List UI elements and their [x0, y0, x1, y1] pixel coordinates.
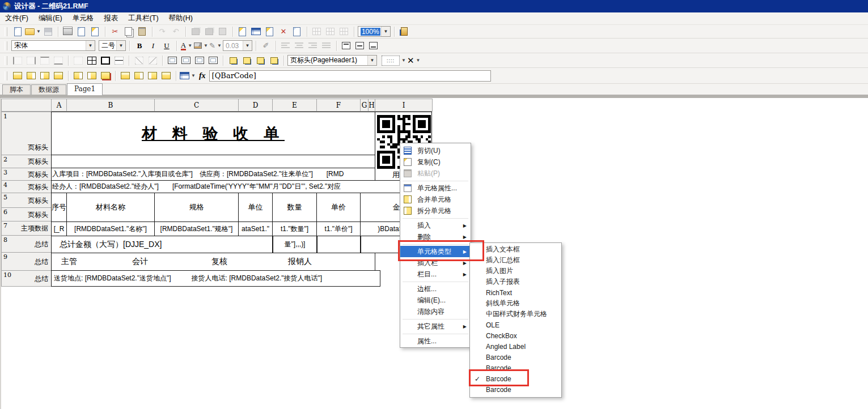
print-preview-button[interactable] [75, 26, 88, 37]
valign-middle-button[interactable] [354, 40, 366, 52]
row-header-6[interactable]: 6 页标头 [1, 207, 52, 221]
tab-datasource[interactable]: 数据源 [31, 84, 66, 95]
column-header-e[interactable]: E [272, 99, 317, 112]
dataset-field-button[interactable]: ▼ [180, 70, 196, 82]
band-table-4-button[interactable] [160, 70, 172, 82]
ctx-clear-content[interactable]: 清除内容 [400, 306, 471, 317]
ctx-copy[interactable]: 复制(C) [400, 156, 471, 168]
align-justify-button[interactable] [320, 40, 333, 52]
detail-cell-material[interactable]: [RMDBDataSet1."名称"] [66, 221, 155, 236]
print-button[interactable] [62, 26, 74, 37]
insert-row-button[interactable] [11, 70, 24, 82]
diagonal-down-button[interactable] [133, 55, 145, 66]
row-header-2[interactable]: 2 页标头 [1, 155, 52, 168]
insert-report-button[interactable] [236, 26, 249, 37]
save-button[interactable] [42, 26, 54, 37]
merge-row-button[interactable] [86, 70, 98, 82]
italic-button[interactable]: I [147, 40, 159, 52]
row-height-button[interactable] [207, 55, 219, 66]
detail-cell-qty[interactable]: t1."数量"] [272, 221, 317, 236]
insert-cell-right-button[interactable] [240, 55, 253, 66]
subitem-barcode-1[interactable]: Barcode [470, 352, 561, 363]
align-left-button[interactable] [280, 40, 292, 52]
delete-row-button[interactable] [25, 70, 37, 82]
subitem-checkbox[interactable]: CheckBox [470, 330, 561, 341]
insert-cell-left-button[interactable] [227, 55, 239, 66]
ctx-columns[interactable]: 栏目...▶ [400, 269, 471, 280]
subitem-diagonal-cell[interactable]: 斜线单元格 [470, 298, 561, 309]
table-header-unit[interactable]: 单位 [238, 193, 273, 222]
delete-column-button[interactable] [52, 70, 65, 82]
border-outline-button[interactable] [99, 55, 112, 66]
detail-cell-unit[interactable]: ataSet1." [238, 221, 273, 236]
toolbar-grip[interactable] [5, 41, 7, 50]
table-header-qty[interactable]: 数量 [272, 193, 317, 222]
ctx-split-cells[interactable]: 拆分单元格 [400, 205, 471, 216]
report-title-cell[interactable]: 材 料 验 收 单 [52, 113, 375, 155]
fit-height-button[interactable] [180, 55, 192, 66]
data-table-button[interactable] [250, 26, 262, 37]
zoom-select[interactable]: 100% ▼ [358, 26, 391, 37]
paste-button[interactable] [136, 26, 149, 37]
detail-cell-price[interactable]: t1."单价"] [316, 221, 361, 236]
toolbar-grip[interactable] [5, 71, 7, 80]
border-right-button[interactable] [25, 55, 37, 66]
ctx-cell-properties[interactable]: 单元格属性... [400, 182, 471, 194]
new-page-button[interactable] [264, 26, 276, 37]
table-header-spec[interactable]: 规格 [154, 193, 239, 222]
fit-width-button[interactable] [166, 55, 179, 66]
font-size-select[interactable]: 二号 ▼ [99, 40, 126, 51]
row-header-5[interactable]: 5 页标头 [1, 193, 52, 208]
valign-top-button[interactable] [340, 40, 353, 52]
band-table-1-button[interactable] [119, 70, 132, 82]
table-header-material[interactable]: 材料名称 [66, 193, 155, 222]
bold-button[interactable]: B [133, 40, 146, 52]
report-row3-cell[interactable]: 入库项目：[RMDBDataSet2."入库项目或仓库"] 供应商：[RMDBD… [52, 168, 375, 180]
copy-button[interactable] [122, 26, 135, 37]
cut-button[interactable]: ✂ [109, 26, 121, 37]
subitem-insert-subreport[interactable]: 插入子报表 [470, 276, 561, 287]
insert-cell-down-button[interactable] [268, 55, 280, 66]
table-header-price[interactable]: 单价 [316, 193, 361, 222]
menu-edit[interactable]: 编辑(E) [33, 12, 67, 24]
column-width-button[interactable] [193, 55, 206, 66]
subitem-insert-image[interactable]: 插入图片 [470, 266, 561, 276]
column-header-i[interactable]: I [375, 99, 433, 112]
delivery-cell[interactable]: 送货地点: [RMDBDataSet2."送货地点"] 接货人电话: [RMDB… [51, 270, 380, 287]
band-table-3-button[interactable] [146, 70, 159, 82]
align-right-button[interactable] [307, 40, 319, 52]
diagonal-up-button[interactable] [146, 55, 159, 66]
ctx-insert[interactable]: 插入▶ [400, 220, 471, 231]
detail-cell-seq[interactable]: [_R [51, 221, 67, 236]
border-bottom-button[interactable] [52, 55, 65, 66]
grid-corner[interactable] [1, 99, 52, 112]
band-selector-caret-icon[interactable]: ▼ [367, 56, 376, 65]
align-center-button[interactable] [293, 40, 306, 52]
ctx-borders[interactable]: 边框... [400, 283, 471, 295]
fill-color-button[interactable]: ▼ [194, 40, 208, 52]
column-header-c[interactable]: C [154, 99, 239, 112]
border-inside-button[interactable] [113, 55, 125, 66]
ctx-properties[interactable]: 属性... [400, 335, 471, 347]
insert-cell-up-button[interactable] [254, 55, 266, 66]
subitem-china-finance-cell[interactable]: 中国样式财务单元格 [470, 309, 561, 319]
band-selector[interactable]: 页标头(PageHeader1) ▼ [287, 55, 377, 66]
column-header-g[interactable]: G [360, 99, 369, 112]
column-header-b[interactable]: B [66, 99, 155, 112]
line-color-button[interactable]: ✎▼ [209, 40, 222, 52]
tab-page1[interactable]: Page1 [67, 83, 103, 95]
page-setup-button[interactable] [89, 26, 101, 37]
line-width-caret-icon[interactable]: ▼ [243, 41, 252, 50]
font-color-button[interactable]: A▼ [180, 40, 193, 52]
summary-frag-cell[interactable]: 量"],,,)] [272, 236, 317, 253]
underline-button[interactable]: U [160, 40, 173, 52]
split-row-button[interactable] [72, 70, 84, 82]
row-header-3[interactable]: 3 页标头 [1, 168, 52, 181]
menu-cell[interactable]: 单元格 [67, 12, 99, 24]
tab-script[interactable]: 脚本 [2, 84, 31, 95]
row-header-8[interactable]: 8 总结 [1, 235, 52, 253]
toolbar-grip[interactable] [5, 27, 7, 36]
show-grid-button[interactable] [311, 26, 323, 37]
ctx-edit[interactable]: 编辑(E)... [400, 295, 471, 306]
new-document-button[interactable] [11, 26, 24, 37]
